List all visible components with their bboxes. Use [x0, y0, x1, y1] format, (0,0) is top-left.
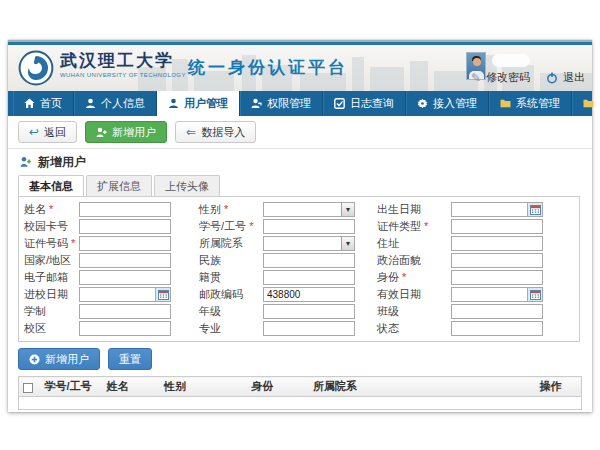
- tab-basic-info[interactable]: 基本信息: [18, 175, 84, 196]
- basic-info-panel: 姓名 *性别 *▾出生日期校园卡号学号/工号 *证件类型 *证件号码 *所属院系…: [18, 196, 580, 342]
- data-import-label: 数据导入: [201, 125, 245, 140]
- identity-input[interactable]: [451, 270, 543, 285]
- nav-item-subscription-management[interactable]: 订阅管理: [572, 91, 600, 116]
- nav-item-permission-management[interactable]: 权限管理: [240, 91, 323, 116]
- nav-item-label: 系统管理: [516, 96, 560, 111]
- campus-card-number-input[interactable]: [79, 219, 171, 234]
- required-asterisk: *: [402, 271, 406, 283]
- identity-label: 身份 *: [355, 270, 451, 285]
- nav-item-log-query[interactable]: 日志查询: [323, 91, 406, 116]
- email-input[interactable]: [79, 270, 171, 285]
- data-import-button[interactable]: ⇐ 数据导入: [175, 121, 256, 143]
- folder-icon: [583, 98, 594, 109]
- department-label: 所属院系: [171, 236, 263, 251]
- checklist-icon: [334, 98, 345, 109]
- user-name-area: [492, 54, 530, 67]
- tab-upload-avatar[interactable]: 上传头像: [154, 175, 220, 196]
- dropdown-arrow-icon[interactable]: ▾: [341, 203, 354, 216]
- user-table: 学号/工号姓名性别身份所属院系操作: [18, 376, 582, 410]
- logout-link[interactable]: 退出: [563, 70, 585, 85]
- address-input[interactable]: [451, 236, 543, 251]
- submit-add-user-label: 新增用户: [45, 352, 89, 367]
- student-id-label: 学号/工号 *: [171, 219, 263, 234]
- campus-input[interactable]: [79, 321, 171, 336]
- campus-card-number-label: 校园卡号: [19, 219, 79, 234]
- required-asterisk: *: [49, 203, 53, 215]
- select-all-checkbox[interactable]: [23, 383, 33, 393]
- form-row: 国家/地区民族政治面貌: [19, 252, 579, 269]
- form-row: 姓名 *性别 *▾出生日期: [19, 201, 579, 218]
- column-header-gender: 性别: [160, 377, 247, 397]
- class-input[interactable]: [451, 304, 543, 319]
- valid-date-label: 有效日期: [355, 287, 451, 302]
- status-label: 状态: [355, 321, 451, 336]
- ethnicity-label: 民族: [171, 253, 263, 268]
- university-name-cn: 武汉理工大学: [60, 52, 186, 69]
- university-logo: [18, 50, 54, 86]
- form-row: 学制年级班级: [19, 303, 579, 320]
- calendar-icon[interactable]: [527, 288, 542, 301]
- submit-add-user-button[interactable]: 新增用户: [18, 348, 100, 370]
- nav-item-label: 日志查询: [350, 96, 394, 111]
- user-form: 姓名 *性别 *▾出生日期校园卡号学号/工号 *证件类型 *证件号码 *所属院系…: [19, 201, 579, 337]
- ethnicity-input[interactable]: [263, 253, 355, 268]
- grade-input[interactable]: [263, 304, 355, 319]
- id-type-input[interactable]: [451, 219, 543, 234]
- gear-icon: [417, 98, 428, 109]
- home-icon: [24, 98, 35, 109]
- form-row: 校区专业状态: [19, 320, 579, 337]
- avatar-face: [473, 58, 481, 66]
- pencil-icon: ✎: [471, 71, 481, 85]
- political-status-input[interactable]: [451, 253, 543, 268]
- power-icon: [546, 72, 558, 84]
- nav-item-label: 权限管理: [267, 96, 311, 111]
- section-title: 新增用户: [38, 154, 86, 171]
- nav-item-system-management[interactable]: 系统管理: [489, 91, 572, 116]
- email-label: 电子邮箱: [19, 270, 79, 285]
- app-window: 武汉理工大学 WUHAN UNIVERSITY OF TECHNOLOGY 统一…: [8, 40, 592, 412]
- folder-icon: [500, 98, 511, 109]
- university-name-en: WUHAN UNIVERSITY OF TECHNOLOGY: [60, 72, 186, 78]
- nav-item-home[interactable]: 首页: [13, 91, 74, 116]
- column-header-name: 姓名: [102, 377, 160, 397]
- postal-code-input[interactable]: [263, 287, 355, 302]
- circle-plus-icon: [29, 354, 40, 365]
- nav-item-access-management[interactable]: 接入管理: [406, 91, 489, 116]
- id-type-label: 证件类型 *: [355, 219, 451, 234]
- form-row: 校园卡号学号/工号 *证件类型 *: [19, 218, 579, 235]
- study-length-label: 学制: [19, 304, 79, 319]
- birth-date-label: 出生日期: [355, 202, 451, 217]
- tab-bar: 基本信息扩展信息上传头像: [8, 175, 592, 196]
- dropdown-arrow-icon[interactable]: ▾: [341, 237, 354, 250]
- nav-item-label: 首页: [40, 96, 62, 111]
- country-region-input[interactable]: [79, 253, 171, 268]
- status-input[interactable]: [451, 321, 543, 336]
- section-header: 新增用户: [8, 149, 592, 175]
- calendar-icon[interactable]: [527, 203, 542, 216]
- reset-button[interactable]: 重置: [108, 348, 152, 370]
- name-input[interactable]: [79, 202, 171, 217]
- column-header-student-id: 学号/工号: [40, 377, 102, 397]
- native-place-input[interactable]: [263, 270, 355, 285]
- enrollment-date-label: 进校日期: [19, 287, 79, 302]
- nav-item-label: 用户管理: [184, 96, 228, 111]
- nav-item-label: 接入管理: [433, 96, 477, 111]
- add-user-section-icon: [20, 156, 32, 168]
- nav-item-user-management[interactable]: 用户管理: [157, 91, 240, 116]
- student-id-input[interactable]: [263, 219, 355, 234]
- change-password-link[interactable]: 修改密码: [486, 70, 530, 85]
- id-number-input[interactable]: [79, 236, 171, 251]
- import-arrow-icon: ⇐: [186, 126, 196, 138]
- add-user-toolbar-button[interactable]: 新增用户: [85, 121, 167, 143]
- back-button[interactable]: ↩ 返回: [18, 121, 77, 143]
- calendar-icon[interactable]: [155, 288, 170, 301]
- platform-title: 统一身份认证平台: [188, 56, 348, 79]
- tab-extended-info[interactable]: 扩展信息: [86, 175, 152, 196]
- campus-label: 校区: [19, 321, 79, 336]
- study-length-input[interactable]: [79, 304, 171, 319]
- major-input[interactable]: [263, 321, 355, 336]
- user-key-icon: [251, 98, 262, 109]
- required-asterisk: *: [224, 203, 228, 215]
- nav-item-profile[interactable]: 个人信息: [74, 91, 157, 116]
- required-asterisk: *: [71, 237, 75, 249]
